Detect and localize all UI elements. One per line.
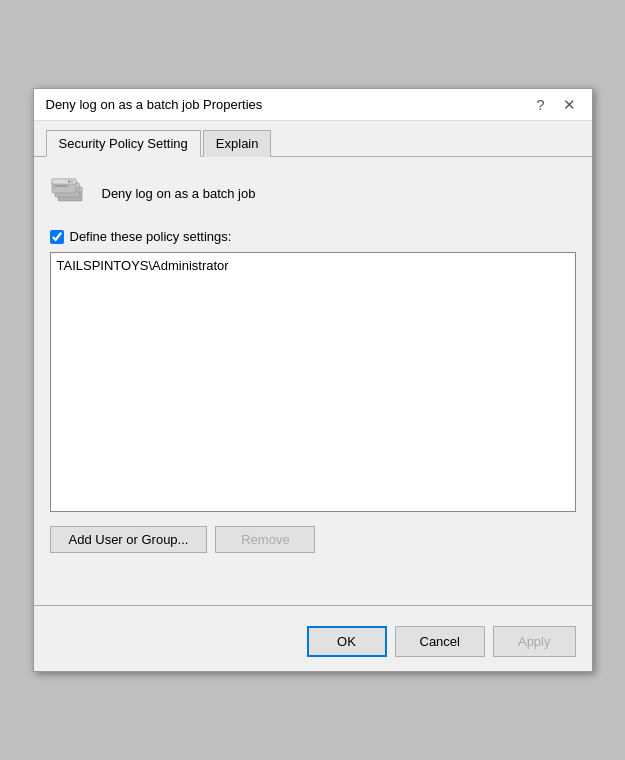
users-list-box[interactable]: TAILSPINTOYS\Administrator [50,252,576,512]
svg-point-7 [67,180,69,182]
define-settings-label: Define these policy settings: [70,229,232,244]
server-icon [50,173,90,213]
define-settings-row: Define these policy settings: [50,229,576,244]
action-buttons: Add User or Group... Remove [50,526,576,553]
title-bar: Deny log on as a batch job Properties ? … [34,89,592,121]
title-controls: ? ✕ [532,97,579,112]
footer-buttons: OK Cancel Apply [34,616,592,671]
cancel-button[interactable]: Cancel [395,626,485,657]
close-button[interactable]: ✕ [559,97,580,112]
svg-rect-8 [54,185,68,187]
list-item[interactable]: TAILSPINTOYS\Administrator [55,257,571,274]
policy-header: Deny log on as a batch job [50,173,576,213]
policy-title: Deny log on as a batch job [102,186,256,201]
remove-button[interactable]: Remove [215,526,315,553]
apply-button[interactable]: Apply [493,626,576,657]
add-user-or-group-button[interactable]: Add User or Group... [50,526,208,553]
ok-button[interactable]: OK [307,626,387,657]
help-button[interactable]: ? [532,97,548,112]
title-bar-left: Deny log on as a batch job Properties [46,97,263,112]
properties-dialog: Deny log on as a batch job Properties ? … [33,88,593,672]
svg-point-6 [70,180,72,182]
define-settings-checkbox[interactable] [50,230,64,244]
footer-divider [34,605,592,606]
tab-explain[interactable]: Explain [203,130,272,157]
tab-security-policy-setting[interactable]: Security Policy Setting [46,130,201,157]
tab-bar: Security Policy Setting Explain [34,121,592,157]
window-title: Deny log on as a batch job Properties [46,97,263,112]
main-content: Deny log on as a batch job Define these … [34,157,592,605]
